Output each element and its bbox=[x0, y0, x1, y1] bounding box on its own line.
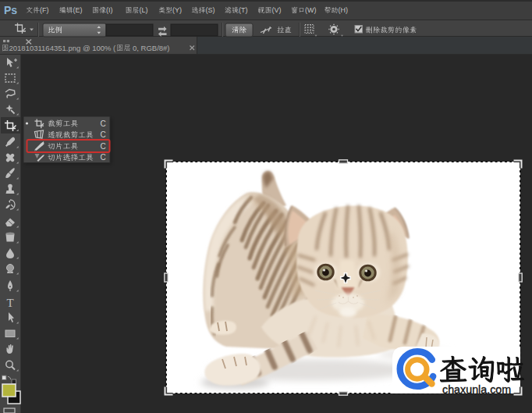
svg-text:C: C bbox=[101, 153, 106, 162]
svg-text:(S): (S) bbox=[206, 6, 215, 14]
svg-text:(F): (F) bbox=[40, 6, 49, 14]
svg-text:(H): (H) bbox=[339, 6, 349, 14]
svg-text:0, RGB/8#): 0, RGB/8#) bbox=[133, 44, 170, 52]
svg-text:C: C bbox=[101, 119, 106, 128]
svg-text:(W): (W) bbox=[305, 6, 317, 14]
svg-text:Ps: Ps bbox=[4, 4, 17, 16]
svg-text:(T): (T) bbox=[239, 6, 248, 14]
svg-text:(V): (V) bbox=[272, 6, 282, 14]
svg-text:(E): (E) bbox=[73, 6, 83, 14]
svg-text:(Y): (Y) bbox=[172, 6, 182, 14]
svg-text:T: T bbox=[6, 297, 13, 309]
svg-text:(I): (I) bbox=[106, 6, 113, 14]
svg-text:(L): (L) bbox=[140, 6, 148, 14]
svg-text:20181031164351.png @ 100% (: 20181031164351.png @ 100% ( bbox=[9, 44, 117, 52]
svg-text:C: C bbox=[101, 130, 106, 139]
svg-text:chaxunla.com: chaxunla.com bbox=[442, 383, 511, 396]
svg-text:C: C bbox=[101, 142, 106, 151]
